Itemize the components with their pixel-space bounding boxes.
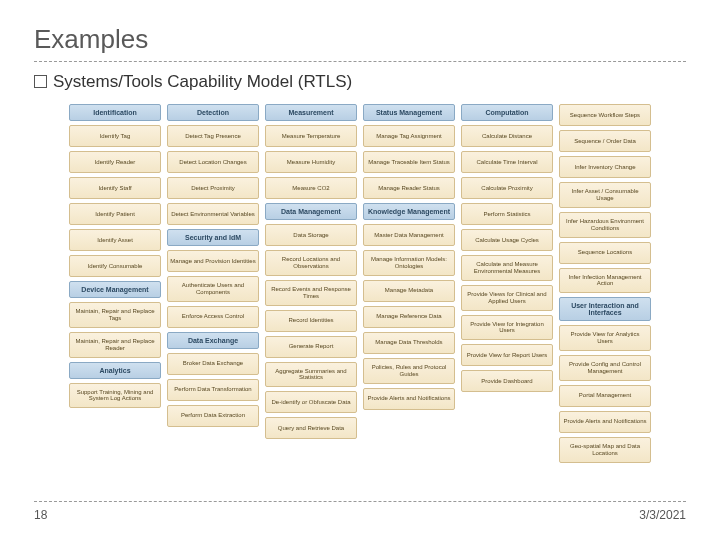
group-header: Device Management — [69, 281, 161, 298]
capability-group: Security and IdMManage and Provision Ide… — [167, 229, 259, 328]
date-label: 3/3/2021 — [639, 508, 686, 522]
capability-item: Infer Infection Management Action — [559, 268, 651, 294]
capability-item: Manage Metadata — [363, 280, 455, 302]
capability-item: Identify Staff — [69, 177, 161, 199]
capability-item: Infer Hazardous Environment Conditions — [559, 212, 651, 238]
footer: 18 3/3/2021 — [34, 501, 686, 522]
subtitle: Systems/Tools Capability Model (RTLS) — [34, 72, 686, 92]
capability-item: Record Events and Response Times — [265, 280, 357, 306]
capability-item: Detect Tag Presence — [167, 125, 259, 147]
capability-item: Sequence / Order Data — [559, 130, 651, 152]
capability-item: Detect Environmental Variables — [167, 203, 259, 225]
capability-item: Provide View for Analytics Users — [559, 325, 651, 351]
capability-group: AnalyticsSupport Training, Mining and Sy… — [69, 362, 161, 409]
capability-item: Sequence Workflow Steps — [559, 104, 651, 126]
capability-item: Calculate Distance — [461, 125, 553, 147]
capability-item: Measure Humidity — [265, 151, 357, 173]
capability-group: IdentificationIdentify TagIdentify Reade… — [69, 104, 161, 277]
capability-item: Provide Dashboard — [461, 370, 553, 392]
capability-item: Provide Config and Control Management — [559, 355, 651, 381]
capability-item: Calculate Proximity — [461, 177, 553, 199]
capability-item: Maintain, Repair and Replace Reader — [69, 332, 161, 358]
capability-item: Manage Tag Assignment — [363, 125, 455, 147]
capability-item: Policies, Rules and Protocol Guides — [363, 358, 455, 384]
group-header: Status Management — [363, 104, 455, 121]
capability-item: Identify Reader — [69, 151, 161, 173]
capability-item: Manage Data Thresholds — [363, 332, 455, 354]
capability-group: Status ManagementManage Tag AssignmentMa… — [363, 104, 455, 199]
diagram-column: DetectionDetect Tag PresenceDetect Locat… — [167, 104, 259, 463]
capability-item: Maintain, Repair and Replace Tags — [69, 302, 161, 328]
capability-item: Calculate Time Interval — [461, 151, 553, 173]
diagram-column: Status ManagementManage Tag AssignmentMa… — [363, 104, 455, 463]
group-header: Data Management — [265, 203, 357, 220]
capability-item: Record Locations and Observations — [265, 250, 357, 276]
capability-item: Manage Traceable Item Status — [363, 151, 455, 173]
capability-item: Aggregate Summaries and Statistics — [265, 362, 357, 388]
capability-item: Broker Data Exchange — [167, 353, 259, 375]
group-header: Identification — [69, 104, 161, 121]
subtitle-rest: Capability Model (RTLS) — [167, 72, 352, 91]
capability-item: Measure CO2 — [265, 177, 357, 199]
capability-group: Device ManagementMaintain, Repair and Re… — [69, 281, 161, 358]
capability-item: Detect Proximity — [167, 177, 259, 199]
capability-item: Perform Statistics — [461, 203, 553, 225]
capability-diagram: IdentificationIdentify TagIdentify Reade… — [65, 104, 655, 463]
group-header: Computation — [461, 104, 553, 121]
capability-item: Manage Information Models: Ontologies — [363, 250, 455, 276]
bullet-box-icon — [34, 75, 47, 88]
capability-item: Identify Consumable — [69, 255, 161, 277]
page-number: 18 — [34, 508, 47, 522]
diagram-column: Sequence Workflow StepsSequence / Order … — [559, 104, 651, 463]
capability-item: Authenticate Users and Components — [167, 276, 259, 302]
capability-group: User Interaction and InterfacesProvide V… — [559, 297, 651, 462]
group-header: Measurement — [265, 104, 357, 121]
capability-item: Identify Tag — [69, 125, 161, 147]
slide-body: Examples Systems/Tools Capability Model … — [0, 0, 720, 463]
group-header: User Interaction and Interfaces — [559, 297, 651, 321]
subtitle-bold: Systems/Tools — [53, 72, 163, 91]
page-title: Examples — [34, 24, 686, 55]
capability-item: Generate Report — [265, 336, 357, 358]
capability-item: Manage Reference Data — [363, 306, 455, 328]
capability-item: Master Data Management — [363, 224, 455, 246]
capability-group: Provide Views for Clinical and Applied U… — [461, 285, 553, 393]
capability-item: Perform Data Extraction — [167, 405, 259, 427]
capability-item: Calculate and Measure Environmental Meas… — [461, 255, 553, 281]
group-header: Security and IdM — [167, 229, 259, 246]
capability-item: Query and Retrieve Data — [265, 417, 357, 439]
group-header: Detection — [167, 104, 259, 121]
capability-item: Support Training, Mining and System Log … — [69, 383, 161, 409]
capability-item: Provide View for Report Users — [461, 344, 553, 366]
capability-item: Calculate Usage Cycles — [461, 229, 553, 251]
group-header: Analytics — [69, 362, 161, 379]
group-header: Data Exchange — [167, 332, 259, 349]
capability-group: Knowledge ManagementMaster Data Manageme… — [363, 203, 455, 410]
capability-item: Manage Reader Status — [363, 177, 455, 199]
capability-group: Sequence Workflow StepsSequence / Order … — [559, 104, 651, 293]
capability-group: Data ManagementData StorageRecord Locati… — [265, 203, 357, 439]
title-divider — [34, 61, 686, 62]
capability-item: Perform Data Transformation — [167, 379, 259, 401]
capability-item: Provide Alerts and Notifications — [559, 411, 651, 433]
capability-item: Measure Temperature — [265, 125, 357, 147]
capability-group: Data ExchangeBroker Data ExchangePerform… — [167, 332, 259, 427]
capability-item: Data Storage — [265, 224, 357, 246]
capability-item: Manage and Provision Identities — [167, 250, 259, 272]
capability-item: Provide Alerts and Notifications — [363, 388, 455, 410]
capability-group: MeasurementMeasure TemperatureMeasure Hu… — [265, 104, 357, 199]
capability-item: Provide Views for Clinical and Applied U… — [461, 285, 553, 311]
capability-item: Identify Asset — [69, 229, 161, 251]
capability-item: Provide View for Integration Users — [461, 315, 553, 341]
diagram-column: IdentificationIdentify TagIdentify Reade… — [69, 104, 161, 463]
capability-item: Geo-spatial Map and Data Locations — [559, 437, 651, 463]
capability-item: Identify Patient — [69, 203, 161, 225]
capability-item: Sequence Locations — [559, 242, 651, 264]
capability-item: Infer Inventory Change — [559, 156, 651, 178]
capability-item: Enforce Access Control — [167, 306, 259, 328]
capability-item: Infer Asset / Consumable Usage — [559, 182, 651, 208]
capability-item: De-identify or Obfuscate Data — [265, 391, 357, 413]
capability-item: Detect Location Changes — [167, 151, 259, 173]
group-header: Knowledge Management — [363, 203, 455, 220]
capability-group: ComputationCalculate DistanceCalculate T… — [461, 104, 553, 281]
